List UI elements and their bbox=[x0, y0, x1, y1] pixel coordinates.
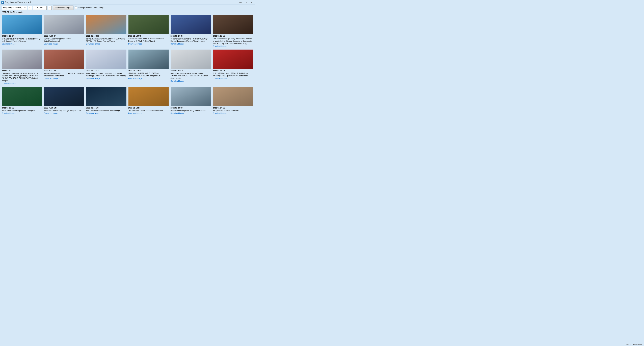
image-card: 2022-01-17 FRLe bassin d'Apollon sous la… bbox=[2, 50, 42, 84]
download-link[interactable]: Download Image bbox=[44, 112, 84, 114]
image-thumbnail[interactable] bbox=[128, 87, 169, 106]
image-card: 2022-01-17 USMLK memorial sculpture by W… bbox=[213, 15, 253, 47]
date-input[interactable] bbox=[33, 6, 46, 10]
svg-rect-5 bbox=[213, 15, 253, 34]
download-link[interactable]: Download Image bbox=[86, 112, 126, 114]
card-date: 2022-01-19 CN bbox=[2, 35, 42, 37]
card-description: Le bassin d'Apollon sous la neige dans l… bbox=[2, 72, 42, 82]
card-description: Aurora borealis over ancient ruins at ni… bbox=[86, 109, 126, 112]
card-description: 莱达尔湖，英格兰坎布里亚郡湖区 (© Tranquillian1/iStock/… bbox=[128, 72, 169, 77]
download-link[interactable]: Download Image bbox=[213, 77, 253, 79]
svg-rect-9 bbox=[128, 50, 169, 69]
svg-rect-13 bbox=[44, 87, 84, 106]
card-date: 2022-01-17 IN bbox=[44, 70, 84, 72]
svg-rect-4 bbox=[170, 15, 211, 34]
next-button[interactable]: > bbox=[48, 6, 52, 10]
image-card: 2022-01-17 CAAreal view of Toronto citys… bbox=[86, 50, 126, 84]
card-date: 2022-01-14 IN bbox=[128, 107, 169, 109]
card-description: 夫婦岩，三重県 伊勢市 (© Marco Gaiotti/plainpictur… bbox=[44, 38, 84, 42]
image-thumbnail[interactable] bbox=[213, 87, 253, 106]
svg-rect-16 bbox=[170, 87, 211, 106]
svg-rect-14 bbox=[86, 87, 126, 106]
status-bar: 2022-01 (38 Pics, WW) bbox=[0, 11, 255, 14]
title-bar-controls: — □ ✕ bbox=[238, 1, 254, 4]
image-thumbnail[interactable] bbox=[2, 50, 42, 69]
download-link[interactable]: Download Image bbox=[86, 43, 126, 45]
image-card: 2022-01-15 CNMountain road winding throu… bbox=[44, 87, 84, 114]
card-description: 格雷厄姆海峡的阿德利企鹅，南极洲南极半岛 (© Nick Garbutt/Min… bbox=[2, 38, 42, 42]
card-date: 2022-01-15 US bbox=[86, 107, 126, 109]
download-link[interactable]: Download Image bbox=[170, 112, 211, 114]
image-card: 2022-01-17 CN博格豪森镇和萨尔察赫河，德国巴伐利亚州 (© Hara… bbox=[170, 15, 211, 47]
show-profile-checkbox[interactable] bbox=[75, 7, 77, 9]
image-card: 2022-01-18 CN克卢恩国家公园保护区的山脉和冰川，加拿大大省空地区 (… bbox=[86, 15, 126, 47]
card-date: 2022-01-17 FR bbox=[2, 70, 42, 72]
image-thumbnail[interactable] bbox=[213, 15, 253, 34]
image-thumbnail[interactable] bbox=[44, 15, 84, 34]
image-thumbnail[interactable] bbox=[44, 50, 84, 69]
card-description: Mountain road winding through valley at … bbox=[44, 109, 84, 112]
image-thumbnail[interactable] bbox=[2, 87, 42, 106]
show-profile-label[interactable]: Show profile info in the image. bbox=[75, 7, 105, 9]
minimize-button[interactable]: — bbox=[238, 1, 243, 4]
image-card: 2022-01-16 USAerial view of natural pool… bbox=[2, 87, 42, 114]
download-link[interactable]: Download Image bbox=[128, 112, 169, 114]
download-link[interactable]: Download Image bbox=[2, 112, 42, 114]
card-date: 2022-01-18 CN bbox=[86, 35, 126, 37]
card-description: Mehrangarh Fort in Jodhpur, Rajasthan, I… bbox=[44, 72, 84, 77]
card-date: 2022-01-14 CN bbox=[170, 107, 211, 109]
card-description: Ashdown Forest, home of Winnie-the-Pooh,… bbox=[128, 38, 169, 42]
download-link[interactable]: Download Image bbox=[128, 77, 169, 79]
image-card: 2022-01-18 USAshdown Forest, home of Win… bbox=[128, 15, 169, 47]
svg-rect-6 bbox=[2, 50, 42, 69]
svg-rect-10 bbox=[170, 50, 211, 69]
image-card: 2022-01-15 USAurora borealis over ancien… bbox=[86, 87, 126, 114]
image-thumbnail[interactable] bbox=[86, 15, 126, 34]
image-thumbnail[interactable] bbox=[2, 15, 42, 34]
main-content[interactable]: 2022-01-19 CN格雷厄姆海峡的阿德利企鹅，南极洲南极半岛 (© Nic… bbox=[0, 14, 255, 135]
image-thumbnail[interactable] bbox=[44, 87, 84, 106]
card-date: 2022-01-17 US bbox=[213, 35, 253, 37]
download-link[interactable]: Download Image bbox=[44, 77, 84, 79]
download-link[interactable]: Download Image bbox=[2, 82, 42, 84]
svg-rect-7 bbox=[44, 50, 84, 69]
region-select[interactable]: bing.com(Worldwide)bing.com(US)bing.com(… bbox=[2, 6, 27, 10]
download-link[interactable]: Download Image bbox=[44, 43, 84, 45]
image-card: 2022-01-16 CN莱达尔湖，英格兰坎布里亚郡湖区 (© Tranquil… bbox=[128, 50, 169, 84]
image-card: 2022-01-14 USBird perched in winter bran… bbox=[213, 87, 253, 114]
download-link[interactable]: Download Image bbox=[86, 77, 126, 79]
maximize-button[interactable]: □ bbox=[244, 1, 248, 4]
download-link[interactable]: Download Image bbox=[213, 112, 253, 114]
image-card: 2022-01-17 INMehrangarh Fort in Jodhpur,… bbox=[44, 50, 84, 84]
card-description: 博格豪森镇和萨尔察赫河，德国巴伐利亚州 (© Harald Nachtmann/… bbox=[170, 38, 211, 42]
close-button[interactable]: ✕ bbox=[249, 1, 254, 4]
card-date: 2022-01-16 CN bbox=[128, 70, 169, 72]
image-thumbnail[interactable] bbox=[170, 15, 211, 34]
svg-rect-0 bbox=[2, 15, 42, 34]
image-thumbnail[interactable] bbox=[86, 50, 126, 69]
download-link[interactable]: Download Image bbox=[213, 45, 253, 47]
download-link[interactable]: Download Image bbox=[170, 80, 211, 82]
card-date: 2022-01-14 US bbox=[213, 107, 253, 109]
svg-rect-3 bbox=[128, 15, 169, 34]
image-thumbnail[interactable] bbox=[86, 87, 126, 106]
card-description: Église Notre-Dame-des-Pauvres, Aubrac, A… bbox=[170, 72, 211, 79]
image-thumbnail[interactable] bbox=[170, 50, 211, 69]
card-date: 2022-01-15 CN bbox=[213, 70, 253, 72]
svg-rect-17 bbox=[213, 87, 253, 106]
card-description: Traditional drum with red tassels at fes… bbox=[128, 109, 169, 112]
card-date: 2022-01-18 US bbox=[128, 35, 169, 37]
app-title: Daily Images Viewer + v1.4.1 bbox=[5, 1, 31, 4]
get-daily-images-button[interactable]: Get Daily Images bbox=[53, 6, 74, 10]
prev-button[interactable]: < bbox=[28, 6, 32, 10]
image-thumbnail[interactable] bbox=[128, 15, 169, 34]
download-link[interactable]: Download Image bbox=[170, 43, 211, 45]
status-text: 2022-01 (38 Pics, WW) bbox=[2, 11, 22, 14]
download-link[interactable]: Download Image bbox=[2, 43, 42, 45]
image-thumbnail[interactable] bbox=[170, 87, 211, 106]
download-link[interactable]: Download Image bbox=[128, 43, 169, 45]
image-card: 2022-01-19 JP夫婦岩，三重県 伊勢市 (© Marco Gaiott… bbox=[44, 15, 84, 47]
image-card: 2022-01-19 CN格雷厄姆海峡的阿德利企鹅，南极洲南极半岛 (© Nic… bbox=[2, 15, 42, 47]
image-thumbnail[interactable] bbox=[128, 50, 169, 69]
image-thumbnail[interactable] bbox=[213, 50, 253, 69]
